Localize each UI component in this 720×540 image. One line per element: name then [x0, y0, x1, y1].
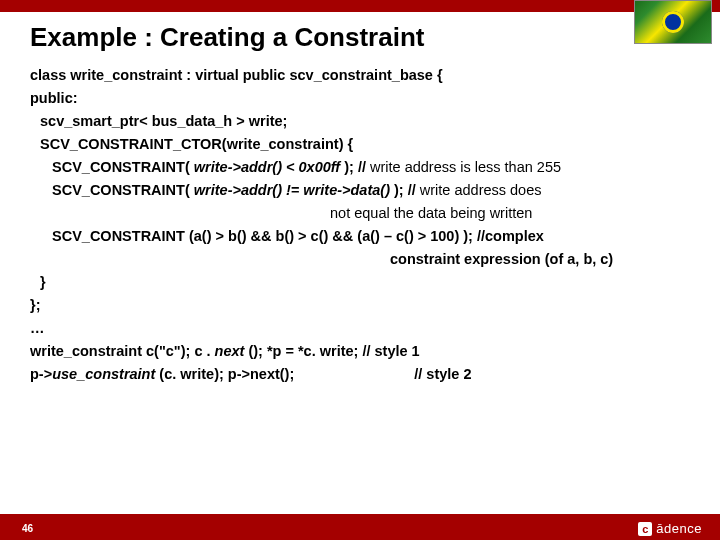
code-line: p->use_constraint (c. write); p->next();… — [30, 364, 690, 384]
code-text: ); // — [340, 159, 370, 175]
footer-bar: 46 c ādence — [0, 514, 720, 540]
logo-text: ādence — [656, 521, 702, 536]
slide-title: Example : Creating a Constraint — [30, 22, 424, 53]
code-line: class write_constraint : virtual public … — [30, 65, 690, 85]
code-text: p-> — [30, 366, 52, 382]
slide: Example : Creating a Constraint class wr… — [0, 0, 720, 540]
code-text: SCV_CONSTRAINT( — [52, 159, 194, 175]
code-text: use_constraint — [52, 366, 155, 382]
code-comment: write address is less than 255 — [370, 159, 561, 175]
code-text: (); *p = *c. write; // style 1 — [244, 343, 419, 359]
code-text: SCV_CONSTRAINT — [52, 228, 189, 244]
cadence-logo: c ādence — [638, 521, 702, 536]
code-line: SCV_CONSTRAINT( write->addr() < 0x00ff )… — [30, 157, 690, 177]
code-comment-cont: constraint expression (of a, b, c) — [30, 249, 690, 269]
code-line: public: — [30, 88, 690, 108]
code-comment: // style 2 — [414, 366, 471, 382]
code-text: write->addr() != write->data() — [194, 182, 390, 198]
code-line: scv_smart_ptr< bus_data_h > write; — [30, 111, 690, 131]
code-text: ); //complex — [459, 228, 544, 244]
code-text: (a() > b() && b() > c() && (a() – c() > … — [189, 228, 459, 244]
code-line: write_constraint c("c"); c . next (); *p… — [30, 341, 690, 361]
code-block: class write_constraint : virtual public … — [30, 62, 690, 387]
corner-image — [634, 0, 712, 44]
code-text: next — [215, 343, 245, 359]
top-bar — [0, 0, 720, 12]
code-comment: write address does — [420, 182, 542, 198]
page-number: 46 — [22, 523, 33, 534]
code-text: SCV_CONSTRAINT( — [52, 182, 194, 198]
code-comment-cont: not equal the data being written — [30, 203, 690, 223]
code-line: SCV_CONSTRAINT( write->addr() != write->… — [30, 180, 690, 200]
code-line: SCV_CONSTRAINT (a() > b() && b() > c() &… — [30, 226, 690, 246]
code-line: … — [30, 318, 690, 338]
code-text: ); // — [390, 182, 420, 198]
code-line: SCV_CONSTRAINT_CTOR(write_constraint) { — [30, 134, 690, 154]
code-line: } — [30, 272, 690, 292]
code-text: write_constraint c("c"); c . — [30, 343, 215, 359]
code-text: write->addr() < 0x00ff — [194, 159, 340, 175]
code-line: }; — [30, 295, 690, 315]
code-text: (c. write); p->next(); — [155, 366, 294, 382]
logo-icon: c — [638, 522, 652, 536]
